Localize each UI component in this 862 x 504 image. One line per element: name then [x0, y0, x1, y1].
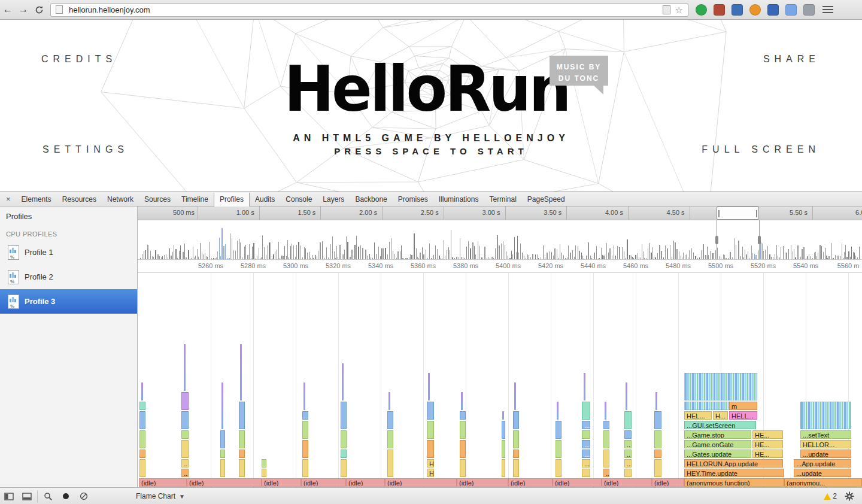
flame-speckle-strip[interactable] [684, 402, 729, 410]
flame-bar[interactable]: ...Game.stop [684, 430, 751, 439]
flame-bar[interactable] [341, 459, 347, 477]
flame-bar[interactable] [427, 440, 434, 458]
flame-bar[interactable] [460, 411, 466, 420]
flame-bar[interactable]: (anonymou... [784, 478, 862, 487]
flame-bar[interactable]: HELL... [729, 411, 757, 420]
flame-bar[interactable] [460, 459, 466, 477]
extension-icon-4[interactable] [749, 4, 761, 16]
flame-bar[interactable] [603, 430, 609, 448]
page-action-icon[interactable] [663, 5, 670, 14]
flame-bar[interactable] [460, 421, 466, 439]
flame-chart[interactable]: (idle)(idle)(idle)(idle)(idle)(idle)(idl… [138, 273, 862, 487]
flame-bar[interactable] [262, 459, 266, 467]
tab-layers[interactable]: Layers [317, 193, 350, 206]
flame-bar[interactable]: HEL... [684, 411, 712, 420]
flame-bar[interactable] [502, 421, 505, 439]
selection-grip-left[interactable] [718, 210, 720, 217]
flame-bar-idle[interactable]: (idle) [346, 478, 385, 487]
flame-bar[interactable]: HEY.Time.update [684, 469, 784, 477]
tab-network[interactable]: Network [102, 193, 139, 206]
flame-bar[interactable]: ...App.update [794, 459, 851, 467]
flame-bar[interactable] [461, 392, 463, 410]
extension-icon-3[interactable] [732, 4, 743, 16]
flame-bar[interactable] [139, 402, 145, 410]
flame-bar[interactable]: ... [181, 459, 189, 467]
warning-count-badge[interactable]: 2 [824, 492, 837, 500]
extension-icon-7[interactable] [803, 4, 815, 16]
tab-audits[interactable]: Audits [250, 193, 280, 206]
flame-bar[interactable] [605, 402, 606, 420]
flame-bar[interactable]: H... [713, 411, 728, 420]
flame-bar-idle[interactable]: (idle) [187, 478, 262, 487]
flame-bar[interactable] [220, 430, 225, 448]
flame-bar[interactable] [387, 411, 393, 429]
flame-bar[interactable] [341, 402, 347, 429]
flame-bar[interactable]: ...update [800, 450, 851, 458]
flame-bar[interactable] [302, 440, 308, 458]
flame-bar[interactable]: ... [624, 459, 632, 467]
flame-bar[interactable]: ... [582, 450, 590, 458]
flame-bar[interactable] [502, 459, 505, 477]
flame-bar[interactable] [513, 411, 519, 429]
flame-bar[interactable] [342, 363, 344, 400]
extension-icon-5[interactable] [767, 4, 779, 16]
flame-bar[interactable] [262, 469, 266, 477]
forward-icon[interactable]: → [16, 4, 31, 16]
extension-icon-2[interactable] [714, 4, 725, 16]
flame-bar[interactable]: H... [427, 459, 434, 467]
cpu-overview-graph[interactable] [138, 220, 862, 260]
profile-item[interactable]: %Profile 1 [0, 240, 137, 265]
reload-icon[interactable] [31, 3, 47, 16]
flame-bar[interactable] [603, 450, 609, 467]
flame-bar[interactable] [502, 411, 504, 420]
flame-bar[interactable]: ... [582, 421, 590, 429]
flame-bar[interactable] [514, 382, 516, 410]
flame-bar-idle[interactable]: (idle) [652, 478, 684, 487]
url-input[interactable] [68, 5, 663, 15]
browser-menu-icon[interactable] [822, 4, 833, 15]
tab-profiles[interactable]: Profiles [214, 193, 250, 207]
flame-bar[interactable]: ...Game.onGate [684, 440, 751, 448]
flame-bar[interactable] [239, 459, 245, 477]
console-drawer-icon[interactable] [18, 488, 36, 504]
flame-speckle-strip[interactable] [684, 373, 757, 400]
flame-bar[interactable]: ... [181, 469, 189, 477]
flame-bar[interactable] [220, 450, 225, 458]
flame-bar[interactable]: m [729, 402, 757, 410]
credits-link[interactable]: CREDITS [41, 54, 117, 65]
flame-bar[interactable] [139, 450, 145, 458]
flame-bar[interactable] [582, 469, 590, 477]
tab-timeline[interactable]: Timeline [176, 193, 214, 206]
flame-bar[interactable] [221, 382, 223, 429]
tab-promises[interactable]: Promises [393, 193, 433, 206]
flame-bar[interactable] [582, 402, 590, 420]
flame-bar[interactable] [654, 450, 661, 458]
flame-bar[interactable] [654, 411, 661, 429]
extension-icon-6[interactable] [785, 4, 797, 16]
flame-bar[interactable] [513, 450, 519, 458]
flame-bar[interactable]: ... [582, 440, 590, 448]
flame-bar[interactable]: ... [582, 459, 590, 467]
tab-illuminations[interactable]: Illuminations [433, 193, 484, 206]
back-icon[interactable]: ← [0, 4, 16, 16]
flame-bar[interactable] [181, 440, 189, 458]
flame-bar[interactable] [624, 469, 632, 477]
flame-bar[interactable] [556, 459, 561, 477]
flame-bar[interactable] [513, 430, 519, 448]
flame-bar[interactable] [181, 411, 189, 429]
tab-sources[interactable]: Sources [139, 193, 176, 206]
flame-bar[interactable] [556, 440, 561, 458]
flame-bar[interactable] [624, 430, 632, 439]
flame-bar[interactable] [388, 392, 390, 410]
overview-selection-window[interactable] [717, 207, 759, 220]
flame-bar[interactable] [141, 382, 143, 400]
flame-bar[interactable]: ...Gates.update [684, 450, 751, 458]
flame-bar[interactable] [556, 421, 561, 439]
clear-icon[interactable] [75, 488, 93, 504]
flame-bar[interactable] [302, 459, 308, 477]
flame-bar[interactable]: ... [624, 440, 632, 448]
flame-bar[interactable]: H... [427, 469, 434, 477]
flame-bar[interactable] [239, 450, 245, 458]
tab-console[interactable]: Console [280, 193, 317, 206]
view-mode-select[interactable]: Flame Chart ▼ [132, 488, 189, 504]
